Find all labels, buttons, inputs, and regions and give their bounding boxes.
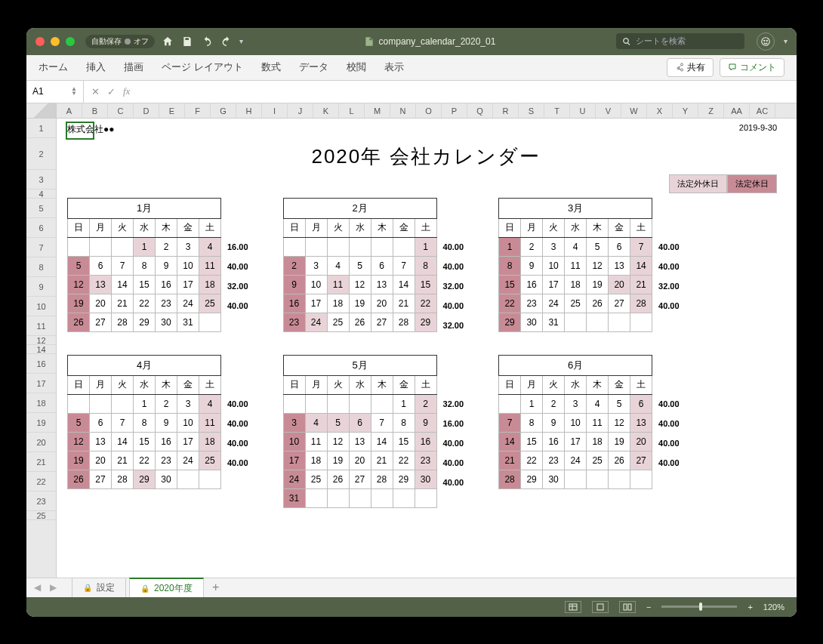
day-cell[interactable]: 17: [177, 275, 199, 294]
col-header[interactable]: U: [570, 103, 596, 118]
day-cell[interactable]: 2: [521, 237, 543, 256]
day-cell[interactable]: 2: [283, 256, 305, 275]
row-header[interactable]: 4: [26, 190, 56, 199]
day-cell[interactable]: 16: [415, 432, 436, 451]
row-header[interactable]: 14: [26, 345, 56, 354]
day-cell[interactable]: 27: [630, 451, 652, 470]
day-cell[interactable]: 13: [609, 256, 630, 275]
day-cell[interactable]: 25: [565, 294, 587, 313]
col-header[interactable]: M: [365, 103, 390, 118]
day-cell[interactable]: 1: [393, 394, 415, 413]
day-cell[interactable]: 5: [587, 237, 609, 256]
day-cell[interactable]: 13: [630, 413, 652, 432]
normal-view-icon[interactable]: [565, 601, 581, 613]
prev-sheet-icon[interactable]: ◀: [34, 582, 41, 593]
day-cell[interactable]: 3: [177, 394, 199, 413]
day-cell[interactable]: 19: [327, 451, 349, 470]
day-cell[interactable]: 6: [630, 394, 652, 413]
col-header[interactable]: R: [493, 103, 519, 118]
day-cell[interactable]: 9: [543, 413, 565, 432]
day-cell[interactable]: 3: [543, 237, 565, 256]
day-cell[interactable]: 30: [415, 470, 436, 488]
day-cell[interactable]: 31: [543, 313, 565, 331]
day-cell[interactable]: [371, 394, 393, 413]
day-cell[interactable]: 15: [415, 275, 436, 294]
day-cell[interactable]: 19: [68, 451, 90, 470]
day-cell[interactable]: 12: [327, 432, 349, 451]
chevron-down-icon[interactable]: ▾: [784, 37, 788, 45]
day-cell[interactable]: 16: [156, 432, 177, 451]
day-cell[interactable]: 24: [305, 313, 327, 331]
day-cell[interactable]: 24: [565, 451, 587, 470]
day-cell[interactable]: 23: [415, 451, 436, 470]
row-header[interactable]: 3: [26, 170, 56, 190]
row-header[interactable]: 9: [26, 277, 56, 297]
day-cell[interactable]: 2: [156, 394, 177, 413]
day-cell[interactable]: 16: [283, 294, 305, 313]
day-cell[interactable]: 21: [112, 294, 134, 313]
day-cell[interactable]: 18: [199, 432, 221, 451]
search-input[interactable]: シートを検索: [616, 33, 744, 49]
day-cell[interactable]: 29: [134, 313, 156, 331]
autosave-toggle[interactable]: 自動保存 オフ: [85, 35, 155, 48]
col-header[interactable]: L: [339, 103, 365, 118]
col-header[interactable]: Z: [698, 103, 724, 118]
day-cell[interactable]: [630, 313, 652, 331]
col-header[interactable]: AC: [750, 103, 775, 118]
select-all-corner[interactable]: [26, 103, 57, 118]
chevron-down-icon[interactable]: ▾: [239, 37, 243, 45]
col-header[interactable]: T: [544, 103, 570, 118]
day-cell[interactable]: 30: [156, 313, 177, 331]
day-cell[interactable]: 17: [283, 451, 305, 470]
day-cell[interactable]: [587, 313, 609, 331]
zoom-in-button[interactable]: +: [747, 602, 752, 612]
day-cell[interactable]: 18: [587, 432, 609, 451]
day-cell[interactable]: 15: [499, 275, 521, 294]
day-cell[interactable]: 29: [499, 313, 521, 331]
day-cell[interactable]: 15: [134, 275, 156, 294]
day-cell[interactable]: 4: [199, 394, 221, 413]
col-header[interactable]: F: [185, 103, 211, 118]
day-cell[interactable]: 9: [156, 256, 177, 275]
sheet-tab-2020[interactable]: 🔒 2020年度: [129, 578, 204, 598]
day-cell[interactable]: 23: [543, 451, 565, 470]
row-header[interactable]: 23: [26, 491, 56, 511]
day-cell[interactable]: 25: [587, 451, 609, 470]
day-cell[interactable]: 8: [521, 413, 543, 432]
day-cell[interactable]: 21: [371, 451, 393, 470]
tab-draw[interactable]: 描画: [124, 60, 143, 74]
day-cell[interactable]: 1: [134, 237, 156, 256]
col-header[interactable]: Q: [467, 103, 493, 118]
cancel-icon[interactable]: ✕: [91, 86, 100, 97]
day-cell[interactable]: [587, 470, 609, 488]
day-cell[interactable]: 13: [349, 432, 371, 451]
feedback-icon[interactable]: [757, 32, 775, 51]
spinner-icon[interactable]: ▲▼: [71, 87, 77, 96]
day-cell[interactable]: 30: [521, 313, 543, 331]
share-button[interactable]: 共有: [667, 58, 714, 77]
day-cell[interactable]: 3: [305, 256, 327, 275]
day-cell[interactable]: 12: [349, 275, 371, 294]
col-header[interactable]: V: [596, 103, 621, 118]
day-cell[interactable]: 27: [90, 470, 112, 488]
day-cell[interactable]: 22: [415, 294, 436, 313]
day-cell[interactable]: 5: [68, 413, 90, 432]
day-cell[interactable]: 31: [283, 488, 305, 507]
day-cell[interactable]: 8: [134, 256, 156, 275]
row-header[interactable]: 6: [26, 218, 56, 238]
col-header[interactable]: I: [262, 103, 288, 118]
day-cell[interactable]: 20: [349, 451, 371, 470]
save-icon[interactable]: [180, 35, 194, 48]
day-cell[interactable]: 10: [305, 275, 327, 294]
row-header[interactable]: 16: [26, 354, 56, 374]
col-header[interactable]: P: [442, 103, 467, 118]
day-cell[interactable]: 20: [609, 275, 630, 294]
cell-reference[interactable]: A1 ▲▼: [26, 81, 84, 103]
col-header[interactable]: K: [313, 103, 339, 118]
day-cell[interactable]: 21: [393, 294, 415, 313]
day-cell[interactable]: 6: [90, 256, 112, 275]
day-cell[interactable]: 10: [543, 256, 565, 275]
day-cell[interactable]: 27: [349, 470, 371, 488]
zoom-level[interactable]: 120%: [763, 602, 784, 612]
col-header[interactable]: Y: [673, 103, 698, 118]
